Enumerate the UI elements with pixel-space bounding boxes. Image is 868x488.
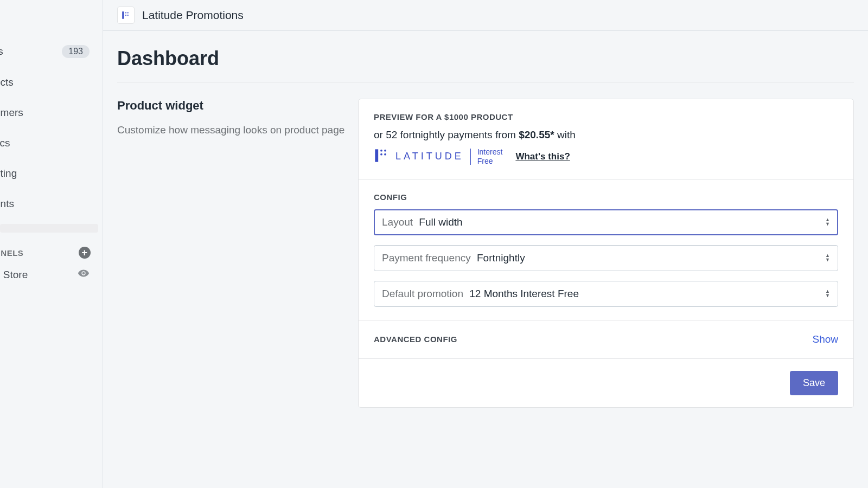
nav-item-orders[interactable]: rs 193 <box>0 41 98 62</box>
nav-item-customers[interactable]: omers <box>0 102 98 123</box>
latitude-wordmark: LATITUDE <box>395 151 464 162</box>
latitude-logo-icon <box>374 148 389 165</box>
updown-icon: ▲▼ <box>825 254 830 262</box>
nav-item-analytics[interactable]: tics <box>0 133 98 153</box>
content: Dashboard Product widget Customize how m… <box>103 31 868 424</box>
section-subtitle: Customize how messaging looks on product… <box>117 123 345 138</box>
frequency-select[interactable]: Payment frequency Fortnightly ▲▼ <box>374 245 838 271</box>
svg-point-9 <box>384 153 386 156</box>
svg-rect-5 <box>375 149 378 162</box>
layout-select[interactable]: Layout Full width ▲▼ <box>374 209 838 235</box>
nav-label: tics <box>0 137 10 149</box>
preview-heading: PREVIEW FOR A $1000 PRODUCT <box>374 112 838 121</box>
topbar: Latitude Promotions <box>103 0 868 31</box>
page-title: Dashboard <box>117 47 854 70</box>
app-icon <box>117 7 135 24</box>
plus-icon[interactable]: + <box>79 247 91 259</box>
nav-item-discounts[interactable]: unts <box>0 194 98 214</box>
main: Latitude Promotions Dashboard Product wi… <box>103 0 868 488</box>
preview-prefix: or 52 fortnightly payments from <box>374 129 519 140</box>
save-button[interactable]: Save <box>790 371 838 395</box>
nav-item-products[interactable]: ucts <box>0 72 98 93</box>
layout-select-label: Layout <box>382 216 413 228</box>
svg-point-2 <box>127 12 129 13</box>
config-section: CONFIG Layout Full width ▲▼ Payment freq… <box>359 179 853 320</box>
nav-label: e <box>0 15 1 27</box>
nav-label: omers <box>0 107 23 119</box>
nav-label: ucts <box>0 76 14 88</box>
nav-item-home[interactable]: e <box>0 10 98 31</box>
preview-amount: $20.55* <box>519 129 554 140</box>
show-advanced-link[interactable]: Show <box>812 333 838 345</box>
svg-point-1 <box>125 12 126 13</box>
config-heading: CONFIG <box>374 192 838 202</box>
channel-label: e Store <box>0 269 28 281</box>
advanced-config-section: ADVANCED CONFIG Show <box>359 320 853 359</box>
brand-tagline: Interest Free <box>477 147 503 166</box>
promotion-select-label: Default promotion <box>382 288 463 299</box>
whats-this-link[interactable]: What's this? <box>515 151 570 162</box>
preview-suffix: with <box>554 129 576 140</box>
app-title: Latitude Promotions <box>142 9 244 22</box>
svg-point-6 <box>380 150 382 152</box>
svg-point-8 <box>380 153 382 156</box>
promotion-select[interactable]: Default promotion 12 Months Interest Fre… <box>374 281 838 307</box>
divider <box>117 82 854 82</box>
section-title: Product widget <box>117 99 345 113</box>
nav-label: rs <box>0 46 3 57</box>
frequency-select-label: Payment frequency <box>382 252 471 264</box>
channel-online-store[interactable]: e Store <box>0 263 98 286</box>
widget-card: PREVIEW FOR A $1000 PRODUCT or 52 fortni… <box>358 99 854 408</box>
promotion-select-value: 12 Months Interest Free <box>469 288 579 299</box>
svg-point-7 <box>384 150 386 152</box>
layout-select-value: Full width <box>419 216 462 228</box>
frequency-select-value: Fortnightly <box>477 252 525 264</box>
preview-text: or 52 fortnightly payments from $20.55* … <box>374 129 838 141</box>
latitude-brand: LATITUDE Interest Free <box>374 147 502 166</box>
nav-label: eting <box>0 168 17 179</box>
brand-divider <box>470 149 471 165</box>
section-description: Product widget Customize how messaging l… <box>117 99 345 138</box>
nav-label: unts <box>0 198 14 210</box>
preview-section: PREVIEW FOR A $1000 PRODUCT or 52 fortni… <box>359 99 853 179</box>
svg-point-3 <box>125 15 126 16</box>
nav-item-apps[interactable] <box>0 224 98 233</box>
channels-heading: NNELS + <box>0 242 98 263</box>
channels-heading-label: NNELS <box>0 248 23 258</box>
svg-rect-0 <box>122 11 124 19</box>
updown-icon: ▲▼ <box>825 218 830 226</box>
nav-item-marketing[interactable]: eting <box>0 163 98 184</box>
sidebar: e rs 193 ucts omers tics eting unts NNEL… <box>0 0 103 488</box>
eye-icon[interactable] <box>78 267 90 282</box>
updown-icon: ▲▼ <box>825 290 830 298</box>
card-footer: Save <box>359 359 853 407</box>
orders-badge: 193 <box>62 45 90 58</box>
advanced-heading: ADVANCED CONFIG <box>374 335 457 344</box>
svg-point-4 <box>127 15 129 16</box>
